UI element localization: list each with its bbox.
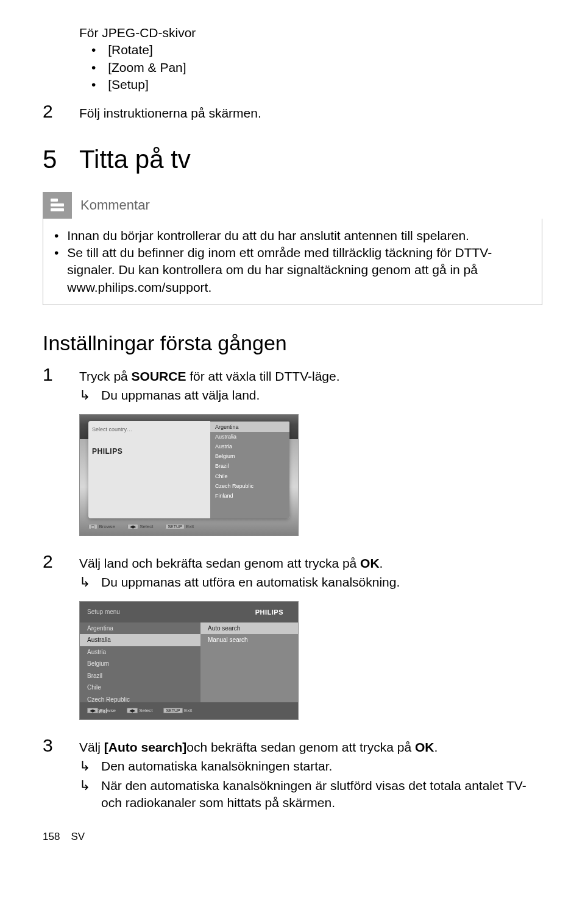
shot1-option: Australia bbox=[210, 432, 289, 442]
result-arrow-icon: ↳ bbox=[79, 386, 101, 404]
shot1-footer: ▢ Browse ◀▶ Select SETUP Exit bbox=[88, 524, 289, 531]
shot2-left-option: Australia bbox=[80, 634, 200, 646]
screenshot-select-country: Select country… PHILIPS Argentina Austra… bbox=[79, 414, 299, 536]
page-number: 158 bbox=[43, 830, 60, 844]
jpeg-item-setup: [Setup] bbox=[91, 76, 542, 93]
note-icon bbox=[43, 199, 72, 211]
step3-sub1: Den automatiska kanalsökningen startar. bbox=[101, 758, 332, 775]
shot2-left-option: Argentina bbox=[80, 622, 200, 635]
shot1-key: ▢ bbox=[88, 524, 98, 529]
step2-ok-bold: OK bbox=[360, 556, 380, 570]
shot1-country-list: Argentina Australia Austria Belgium Braz… bbox=[210, 421, 289, 518]
shot1-select: Select bbox=[140, 524, 153, 529]
shot2-key: SETUP bbox=[163, 708, 182, 713]
shot2-right-option: Manual search bbox=[200, 634, 298, 646]
step3-ok-bold: OK bbox=[415, 740, 434, 754]
shot1-option: Belgium bbox=[210, 451, 289, 461]
shot2-country-list: Argentina Australia Austria Belgium Braz… bbox=[80, 622, 200, 702]
note-body: Innan du börjar kontrollerar du att du h… bbox=[43, 219, 542, 305]
jpeg-section: För JPEG-CD-skivor [Rotate] [Zoom & Pan]… bbox=[79, 24, 542, 93]
shot2-left-option: Austria bbox=[80, 646, 200, 658]
shot1-option: Brazil bbox=[210, 461, 289, 471]
shot2-browse: Browse bbox=[99, 708, 116, 713]
step2-sub: Du uppmanas att utföra en automatisk kan… bbox=[101, 574, 400, 591]
step3-sub2: När den automatiska kanalsökningen är sl… bbox=[101, 777, 542, 812]
page-footer: 158 SV bbox=[43, 830, 542, 844]
shot1-option: Finland bbox=[210, 491, 289, 501]
shot2-key: ◀▶ bbox=[127, 708, 138, 713]
chapter-number: 5 bbox=[43, 143, 79, 177]
shot1-option: Chile bbox=[210, 471, 289, 481]
step2-post: . bbox=[380, 556, 383, 570]
shot2-footer: ◀▶ Browse ◀▶ Select SETUP Exit bbox=[87, 708, 291, 714]
step-text: Följ instruktionerna på skärmen. bbox=[79, 105, 261, 122]
shot1-logo: PHILIPS bbox=[92, 446, 207, 456]
jpeg-heading: För JPEG-CD-skivor bbox=[79, 24, 542, 41]
step-number: 3 bbox=[43, 733, 79, 758]
result-arrow-icon: ↳ bbox=[79, 757, 101, 775]
step3-mid: och bekräfta sedan genom att trycka på bbox=[186, 740, 415, 754]
note-item-1: Innan du börjar kontrollerar du att du h… bbox=[67, 227, 469, 244]
shot2-search-list: Auto search Manual search bbox=[200, 622, 298, 702]
step1-source-bold: SOURCE bbox=[132, 369, 186, 383]
jpeg-item-rotate: [Rotate] bbox=[91, 41, 542, 58]
result-arrow-icon: ↳ bbox=[79, 573, 101, 591]
shot2-title: Setup menu bbox=[87, 608, 120, 616]
result-arrow-icon: ↳ bbox=[79, 777, 101, 795]
shot1-option: Austria bbox=[210, 442, 289, 451]
shot2-select: Select bbox=[139, 708, 152, 713]
chapter-heading: 5 Titta på tv bbox=[43, 143, 542, 177]
step-number: 2 bbox=[43, 549, 79, 574]
step-1: 1 Tryck på SOURCE för att växla till DTT… bbox=[43, 362, 542, 404]
jpeg-item-zoom: [Zoom & Pan] bbox=[91, 59, 542, 76]
note-item-2: Se till att du befinner dig inom ett omr… bbox=[67, 244, 531, 296]
step3-post: . bbox=[434, 740, 438, 754]
step-number: 2 bbox=[43, 99, 79, 124]
step-follow-instructions: 2 Följ instruktionerna på skärmen. bbox=[43, 99, 542, 124]
shot1-exit: Exit bbox=[186, 524, 194, 529]
step-3: 3 Välj [Auto search]och bekräfta sedan g… bbox=[43, 733, 542, 812]
step1-text-post: för att växla till DTTV-läge. bbox=[186, 369, 339, 383]
jpeg-list: [Rotate] [Zoom & Pan] [Setup] bbox=[91, 41, 542, 93]
shot2-left-option: Brazil bbox=[80, 670, 200, 682]
note-header: Kommentar bbox=[43, 192, 542, 219]
shot1-option: Argentina bbox=[210, 422, 289, 432]
shot2-logo: PHILIPS bbox=[255, 608, 283, 617]
shot1-option: Czech Republic bbox=[210, 481, 289, 491]
shot1-browse: Browse bbox=[99, 524, 115, 529]
step-2: 2 Välj land och bekräfta sedan genom att… bbox=[43, 549, 542, 591]
shot1-key: ◀▶ bbox=[127, 524, 138, 529]
step1-text-pre: Tryck på bbox=[79, 369, 132, 383]
chapter-title: Titta på tv bbox=[79, 143, 191, 177]
step3-pre: Välj bbox=[79, 740, 104, 754]
shot2-exit: Exit bbox=[184, 708, 192, 713]
language-code: SV bbox=[71, 830, 85, 844]
shot2-right-option: Auto search bbox=[200, 622, 298, 635]
step3-autosearch-bold: [Auto search] bbox=[104, 740, 186, 754]
shot2-key: ◀▶ bbox=[87, 708, 98, 713]
shot2-left-option: Czech Republic bbox=[80, 694, 200, 706]
step1-sub: Du uppmanas att välja land. bbox=[101, 387, 260, 404]
shot2-left-option: Chile bbox=[80, 682, 200, 694]
note-box: Kommentar Innan du börjar kontrollerar d… bbox=[43, 192, 542, 305]
shot2-left-option: Belgium bbox=[80, 658, 200, 670]
shot1-key: SETUP bbox=[165, 524, 184, 529]
step-number: 1 bbox=[43, 362, 79, 387]
section-title-first-time: Inställningar första gången bbox=[43, 330, 542, 358]
screenshot-setup-menu: Setup menu PHILIPS Argentina Australia A… bbox=[79, 601, 299, 720]
step2-pre: Välj land och bekräfta sedan genom att t… bbox=[79, 556, 360, 570]
shot1-label: Select country… bbox=[92, 426, 207, 433]
note-label: Kommentar bbox=[72, 192, 542, 219]
